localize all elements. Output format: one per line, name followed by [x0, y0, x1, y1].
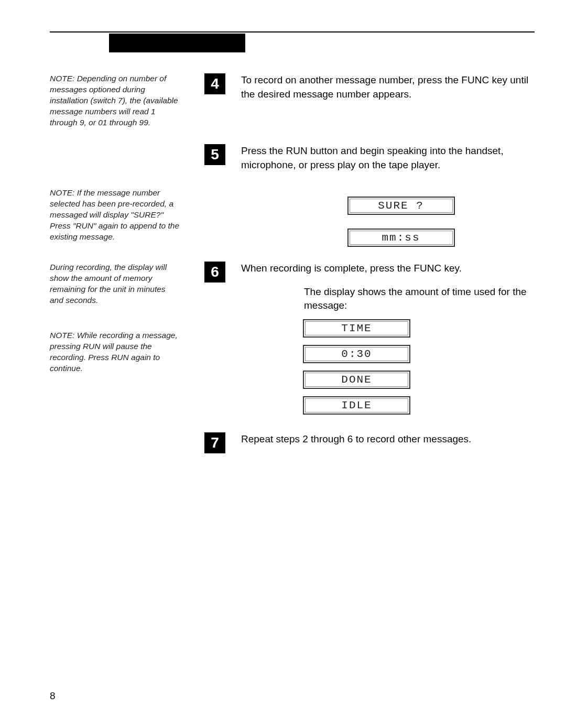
- lcd-group-pre6: SURE ? mm:ss: [267, 197, 535, 247]
- step-number-4: 4: [204, 73, 225, 94]
- step-number-6: 6: [204, 262, 225, 282]
- step-4: 4 To record on another message number, p…: [204, 73, 535, 118]
- lcd-idle: IDLE: [303, 396, 410, 415]
- header-rule-thin: [50, 31, 535, 32]
- page-number: 8: [50, 690, 56, 702]
- lcd-time: TIME: [303, 319, 410, 338]
- lcd-0-30: 0:30: [303, 345, 410, 363]
- step-6-caption: The display shows the amount of time use…: [304, 285, 535, 313]
- step-5: 5 Press the RUN button and begin speakin…: [204, 144, 535, 181]
- step-7-text: Repeat steps 2 through 6 to record other…: [241, 432, 535, 447]
- header-rule-thick: [109, 34, 245, 52]
- step-4-text: To record on another message number, pre…: [241, 73, 535, 101]
- lcd-done: DONE: [303, 371, 410, 389]
- side-note-2: NOTE: If the message number selected has…: [50, 188, 181, 243]
- step-6: 6 When recording is complete, press the …: [204, 262, 535, 276]
- side-note-1: NOTE: Depending on number of messages op…: [50, 73, 181, 128]
- step-number-7: 7: [204, 432, 225, 453]
- step-6-text: When recording is complete, press the FU…: [241, 262, 535, 276]
- step-number-5: 5: [204, 144, 225, 165]
- side-note-3: During recording, the display will show …: [50, 262, 181, 306]
- lcd-mmss: mm:ss: [347, 229, 455, 247]
- lcd-sure: SURE ?: [347, 197, 455, 215]
- step-5-text: Press the RUN button and begin speaking …: [241, 144, 535, 172]
- step-7: 7 Repeat steps 2 through 6 to record oth…: [204, 432, 535, 447]
- lcd-group-step6: TIME 0:30 DONE IDLE: [303, 319, 535, 415]
- side-note-4: NOTE: While recording a message, pressin…: [50, 330, 181, 374]
